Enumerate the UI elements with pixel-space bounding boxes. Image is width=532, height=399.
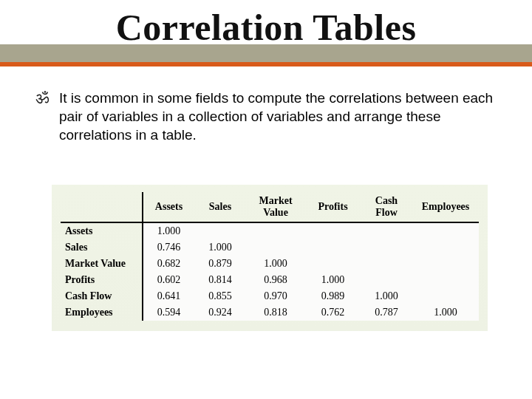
table-row: Profits 0.602 0.814 0.968 1.000 — [61, 272, 479, 288]
cell: 0.814 — [194, 272, 246, 288]
cell: 0.989 — [305, 288, 361, 304]
table-corner — [61, 192, 143, 222]
slide-title: Correlation Tables — [0, 6, 532, 49]
swirl-bullet-icon: ॐ — [35, 89, 52, 108]
cell: 1.000 — [143, 222, 194, 239]
row-header: Employees — [61, 304, 143, 321]
cell: 0.818 — [246, 304, 305, 321]
cell — [412, 239, 479, 256]
correlation-table: Assets Sales MarketValue Profits CashFlo… — [52, 185, 488, 331]
slide: Correlation Tables ॐ It is common in som… — [0, 0, 532, 399]
bullet-text: It is common in some fields to compute t… — [59, 89, 508, 144]
row-header: Market Value — [61, 256, 143, 272]
cell: 1.000 — [305, 272, 361, 288]
cell — [412, 288, 479, 304]
cell — [246, 239, 305, 256]
cell — [361, 272, 412, 288]
col-header-line1: Cash — [375, 195, 398, 206]
table-row: Market Value 0.682 0.879 1.000 — [61, 256, 479, 272]
col-header: CashFlow — [361, 192, 412, 222]
col-header-line2: Value — [263, 207, 288, 218]
cell: 0.762 — [305, 304, 361, 321]
correlation-matrix: Assets Sales MarketValue Profits CashFlo… — [61, 192, 479, 321]
bullet-item: ॐ It is common in some fields to compute… — [35, 89, 508, 144]
cell — [246, 222, 305, 239]
col-header: Employees — [412, 192, 479, 222]
title-area: Correlation Tables — [0, 6, 532, 49]
cell: 0.924 — [194, 304, 246, 321]
cell: 0.970 — [246, 288, 305, 304]
table-row: Sales 0.746 1.000 — [61, 239, 479, 256]
cell: 1.000 — [361, 288, 412, 304]
cell: 1.000 — [412, 304, 479, 321]
cell: 0.855 — [194, 288, 246, 304]
row-header: Profits — [61, 272, 143, 288]
cell: 1.000 — [194, 239, 246, 256]
col-header-line1: Market — [259, 195, 292, 206]
table-row: Assets 1.000 — [61, 222, 479, 239]
table-row: Cash Flow 0.641 0.855 0.970 0.989 1.000 — [61, 288, 479, 304]
cell — [305, 239, 361, 256]
col-header: Sales — [194, 192, 246, 222]
cell: 0.682 — [143, 256, 194, 272]
cell: 0.746 — [143, 239, 194, 256]
cell — [361, 222, 412, 239]
body-text: ॐ It is common in some fields to compute… — [35, 89, 508, 144]
cell: 1.000 — [246, 256, 305, 272]
cell — [194, 222, 246, 239]
cell: 0.602 — [143, 272, 194, 288]
cell — [412, 256, 479, 272]
table-row: Employees 0.594 0.924 0.818 0.762 0.787 … — [61, 304, 479, 321]
cell: 0.594 — [143, 304, 194, 321]
cell — [412, 222, 479, 239]
cell — [412, 272, 479, 288]
cell — [361, 256, 412, 272]
cell — [305, 256, 361, 272]
cell: 0.968 — [246, 272, 305, 288]
row-header: Sales — [61, 239, 143, 256]
col-header-line2: Flow — [375, 207, 398, 218]
col-header: MarketValue — [246, 192, 305, 222]
col-header: Assets — [143, 192, 194, 222]
cell: 0.641 — [143, 288, 194, 304]
cell: 0.879 — [194, 256, 246, 272]
cell: 0.787 — [361, 304, 412, 321]
col-header: Profits — [305, 192, 361, 222]
cell — [305, 222, 361, 239]
row-header: Assets — [61, 222, 143, 239]
row-header: Cash Flow — [61, 288, 143, 304]
cell — [361, 239, 412, 256]
